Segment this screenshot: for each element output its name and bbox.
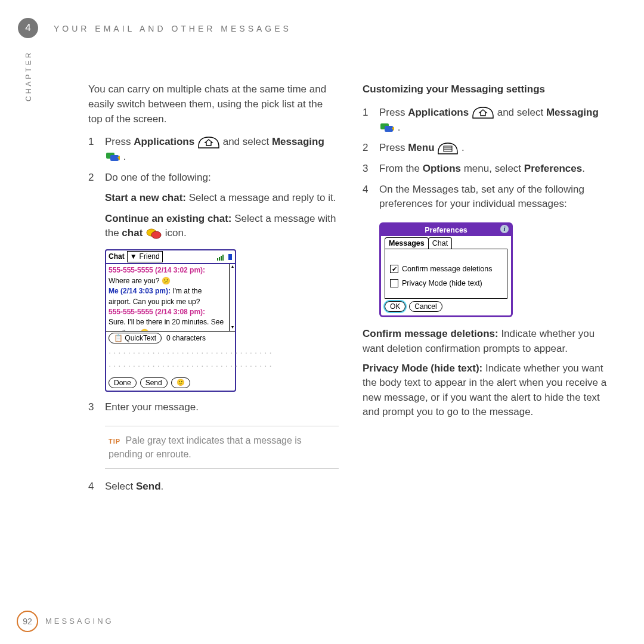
step-3: Enter your message. <box>105 400 339 415</box>
step-number: 2 <box>363 141 372 156</box>
menu-key-icon <box>437 142 459 155</box>
emoji-icon: 😕 <box>162 277 171 285</box>
prefs-titlebar: Preferences i <box>381 224 511 236</box>
privacy-mode-checkbox[interactable]: Privacy Mode (hide text) <box>390 278 502 289</box>
checkbox-unchecked-icon <box>390 279 398 287</box>
step-1: Press Applications and select Messaging … <box>105 135 339 164</box>
chat-thread: ▴▾ 555-555-5555 (2/14 3:02 pm): Where ar… <box>106 264 235 332</box>
step-2-option-a: Start a new chat: Select a message and r… <box>105 191 339 206</box>
ok-button[interactable]: OK <box>385 301 405 312</box>
page-number: 92 <box>17 611 38 632</box>
tab-chat[interactable]: Chat <box>428 237 452 249</box>
intro-paragraph: You can carry on multiple chats at the s… <box>88 82 339 126</box>
left-column: You can carry on multiple chats at the s… <box>88 82 339 500</box>
step-number: 4 <box>363 182 372 212</box>
send-button[interactable]: Send <box>140 377 168 388</box>
r-step-2: Press Menu . <box>379 141 613 156</box>
chapter-side-label: CHAPTER <box>24 51 34 101</box>
svg-rect-4 <box>217 258 218 261</box>
applications-key-icon <box>472 106 494 119</box>
svg-rect-1 <box>110 155 119 161</box>
scrollbar[interactable]: ▴▾ <box>229 264 235 331</box>
tip-label: TIP <box>109 438 120 445</box>
step-number: 2 <box>88 171 98 185</box>
chat-window-screenshot: Chat ▼ Friend ▴▾ 555-555-5555 (2/14 3:02… <box>105 249 236 392</box>
confirm-deletions-checkbox[interactable]: ✔ Confirm message deletions <box>390 264 502 274</box>
section-heading: Customizing your Messaging settings <box>363 82 613 97</box>
svg-rect-5 <box>219 257 220 261</box>
quicktext-button[interactable]: 📋 QuickText <box>109 333 162 343</box>
info-icon[interactable]: i <box>500 225 509 233</box>
chapter-number-badge: 4 <box>18 18 38 38</box>
chat-picklist[interactable]: ▼ Friend <box>127 251 163 262</box>
step-4: Select Send. <box>105 479 339 494</box>
messaging-app-icon <box>105 151 120 163</box>
r-step-3: From the Options menu, select Preference… <box>379 162 613 177</box>
definition-privacy-mode: Privacy Mode (hide text): Indicate wheth… <box>363 361 613 420</box>
svg-rect-10 <box>385 126 393 132</box>
chat-title: Chat <box>109 252 125 262</box>
step-2-option-b: Continue an existing chat: Select a mess… <box>105 212 339 241</box>
done-button[interactable]: Done <box>109 377 137 388</box>
checkbox-checked-icon: ✔ <box>390 265 398 273</box>
step-number: 1 <box>363 106 372 135</box>
step-number: 3 <box>88 400 98 415</box>
footer-section: MESSAGING <box>45 616 114 627</box>
battery-icon <box>228 253 233 261</box>
tip-text: Pale gray text indicates that a message … <box>109 435 302 459</box>
cancel-button[interactable]: Cancel <box>409 301 442 312</box>
r-step-4: On the Messages tab, set any of the foll… <box>379 182 613 212</box>
svg-rect-7 <box>222 255 224 261</box>
tip-box: TIP Pale gray text indicates that a mess… <box>105 426 339 469</box>
r-step-1: Press Applications and select Messaging … <box>379 106 613 135</box>
emoji-icon: 🙂 <box>140 329 149 332</box>
preferences-screenshot: Preferences i Messages Chat ✔ Confirm me… <box>379 222 513 318</box>
messaging-app-icon <box>379 122 395 134</box>
step-number: 4 <box>88 479 98 494</box>
svg-point-3 <box>151 231 161 239</box>
char-count: 0 characters <box>166 333 206 343</box>
message-input[interactable]: ········································… <box>106 345 235 376</box>
definition-confirm-deletions: Confirm message deletions: Indicate whet… <box>363 327 613 356</box>
svg-rect-6 <box>221 256 222 261</box>
chapter-title: YOUR EMAIL AND OTHER MESSAGES <box>54 18 613 35</box>
step-number: 3 <box>363 162 372 177</box>
step-2: Do one of the following: <box>105 171 339 185</box>
step-number: 1 <box>88 135 98 164</box>
chat-icon <box>145 228 162 240</box>
right-column: Customizing your Messaging settings 1 Pr… <box>363 82 613 500</box>
signal-icon <box>217 253 225 261</box>
applications-key-icon <box>197 136 220 149</box>
tab-messages[interactable]: Messages <box>385 237 429 249</box>
emoji-picker-button[interactable]: 🙂 <box>171 377 190 388</box>
svg-rect-8 <box>228 254 232 260</box>
